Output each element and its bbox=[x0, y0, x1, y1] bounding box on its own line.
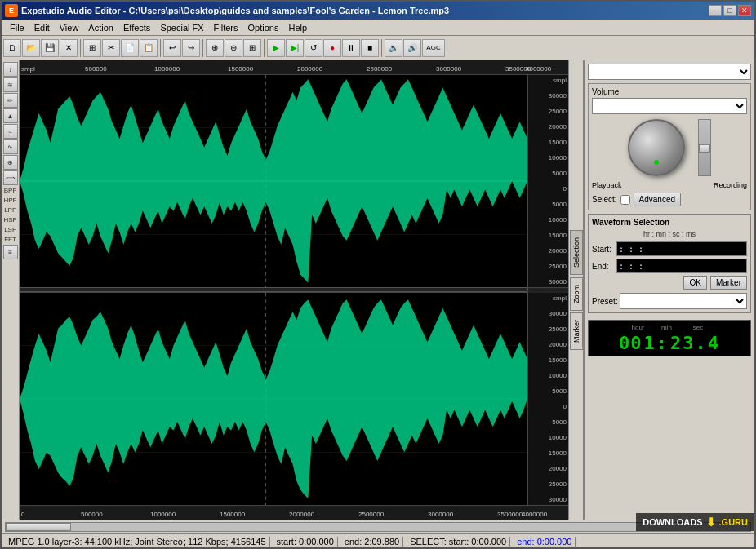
scale-smpl: smpl bbox=[530, 77, 567, 84]
wave-tool-button[interactable]: ≋ bbox=[3, 77, 18, 92]
freq-tool-button[interactable]: ∿ bbox=[3, 139, 18, 154]
channels-area: smpl 30000 25000 20000 15000 10000 5000 … bbox=[20, 75, 568, 505]
vol-up-button[interactable]: 🔊 bbox=[403, 39, 421, 57]
stop-button[interactable]: ■ bbox=[361, 39, 379, 57]
zoom-in-button[interactable]: ⊕ bbox=[206, 39, 224, 57]
fft-button[interactable]: FFT bbox=[2, 235, 19, 244]
menu-view[interactable]: View bbox=[55, 22, 84, 33]
open-button[interactable]: 📂 bbox=[22, 39, 40, 57]
close-button[interactable]: ✕ bbox=[738, 5, 751, 16]
agc-button[interactable]: AGC bbox=[422, 39, 445, 57]
menu-action[interactable]: Action bbox=[83, 22, 118, 33]
ok-button[interactable]: OK bbox=[683, 276, 706, 290]
smooth-tool-button[interactable]: ≈ bbox=[3, 124, 18, 139]
main-content: ↕ ≋ ✏ ▲ ≈ ∿ ⊕ ⟺ BPF HPF LPF HSF LSF FFT … bbox=[2, 60, 754, 520]
waveform-svg-1 bbox=[20, 75, 527, 287]
ok-marker-row: OK Marker bbox=[592, 276, 747, 290]
tab-marker[interactable]: Marker bbox=[570, 312, 583, 350]
tab-zoom[interactable]: Zoom bbox=[570, 277, 583, 311]
record-button[interactable]: ● bbox=[323, 39, 341, 57]
zoom-out-button[interactable]: ⊖ bbox=[225, 39, 242, 57]
menu-special-fx[interactable]: Special FX bbox=[155, 22, 208, 33]
play-sel-button[interactable]: ▶| bbox=[286, 39, 304, 57]
waveform-selection-title: Waveform Selection bbox=[592, 218, 747, 227]
start-label: Start: bbox=[592, 245, 615, 254]
svg-text:2000000: 2000000 bbox=[297, 65, 323, 73]
maximize-button[interactable]: □ bbox=[723, 5, 736, 16]
menu-effects[interactable]: Effects bbox=[118, 22, 155, 33]
right-panel: Volume Playback Recording bbox=[583, 60, 754, 520]
volume-select[interactable] bbox=[592, 98, 747, 114]
menu-options[interactable]: Options bbox=[243, 22, 284, 33]
pb-rec-labels: Playback Recording bbox=[592, 181, 747, 189]
start-row: Start: bbox=[592, 241, 747, 256]
svg-text:1500000: 1500000 bbox=[228, 65, 254, 73]
svg-text:3000000: 3000000 bbox=[436, 65, 462, 73]
toolbar-sep4 bbox=[264, 39, 265, 57]
menu-filters[interactable]: Filters bbox=[209, 22, 243, 33]
bpf-button[interactable]: BPF bbox=[2, 186, 19, 195]
start-input[interactable] bbox=[616, 241, 747, 256]
peak-tool-button[interactable]: ▲ bbox=[3, 108, 18, 123]
volume-slider[interactable] bbox=[698, 119, 711, 176]
close-file-button[interactable]: ✕ bbox=[60, 39, 78, 57]
loop-button[interactable]: ↺ bbox=[305, 39, 322, 57]
toolbar-sep2 bbox=[160, 39, 161, 57]
hsf-button[interactable]: HSF bbox=[2, 215, 19, 224]
copy-button[interactable]: 📄 bbox=[121, 39, 139, 57]
volume-knob[interactable] bbox=[628, 119, 685, 176]
lsf-button[interactable]: LSF bbox=[2, 225, 19, 234]
channel-2[interactable] bbox=[20, 292, 527, 505]
paste-button[interactable]: 📋 bbox=[140, 39, 158, 57]
end-time: end: 2:09.880 bbox=[341, 537, 403, 547]
svg-text:500000: 500000 bbox=[85, 65, 107, 73]
lpf-button[interactable]: LPF bbox=[2, 206, 19, 215]
pencil-tool-button[interactable]: ✏ bbox=[3, 93, 18, 108]
undo-button[interactable]: ↩ bbox=[163, 39, 181, 57]
scrollbar-thumb[interactable] bbox=[6, 523, 71, 531]
list-button[interactable]: ≡ bbox=[3, 245, 18, 259]
tab-selection[interactable]: Selection bbox=[570, 230, 583, 275]
menu-edit[interactable]: Edit bbox=[29, 22, 55, 33]
select-row: Select: Advanced bbox=[592, 193, 747, 206]
menu-help[interactable]: Help bbox=[283, 22, 312, 33]
left-toolbar: ↕ ≋ ✏ ▲ ≈ ∿ ⊕ ⟺ BPF HPF LPF HSF LSF FFT … bbox=[2, 60, 20, 520]
select-checkbox[interactable] bbox=[620, 195, 630, 205]
pan-tool-button[interactable]: ⟺ bbox=[3, 170, 18, 185]
svg-text:1000000: 1000000 bbox=[150, 511, 176, 518]
channel-1[interactable] bbox=[20, 75, 527, 287]
play-button[interactable]: ▶ bbox=[267, 39, 285, 57]
end-input[interactable] bbox=[616, 259, 747, 273]
hpf-button[interactable]: HPF bbox=[2, 196, 19, 205]
zoom-tool-button[interactable]: ⊕ bbox=[3, 155, 18, 170]
select-label: Select: bbox=[592, 195, 617, 204]
select-end: end: 0:00.000 bbox=[514, 537, 576, 547]
volume-label: Volume bbox=[592, 87, 747, 96]
copy-new-button[interactable]: ⊞ bbox=[83, 39, 101, 57]
pause-button[interactable]: ⏸ bbox=[342, 39, 360, 57]
side-tabs-panel: Selection Zoom Marker bbox=[568, 60, 583, 520]
main-toolbar: 🗋 📂 💾 ✕ ⊞ ✂ 📄 📋 ↩ ↪ ⊕ ⊖ ⊞ ▶ ▶| ↺ ● ⏸ ■ 🔉… bbox=[2, 36, 754, 60]
svg-text:2500000: 2500000 bbox=[358, 511, 385, 518]
svg-text:0: 0 bbox=[21, 511, 25, 518]
preset-select[interactable] bbox=[620, 293, 747, 309]
select-tool-button[interactable]: ↕ bbox=[3, 62, 18, 77]
svg-text:1500000: 1500000 bbox=[220, 511, 246, 518]
scale-top: smpl 30000 25000 20000 15000 10000 5000 … bbox=[528, 75, 568, 288]
advanced-button[interactable]: Advanced bbox=[634, 193, 681, 206]
waveform-selection-group: Waveform Selection hr : mn : sc : ms Sta… bbox=[588, 214, 751, 313]
device-select[interactable] bbox=[588, 64, 751, 80]
bottom-ruler: 0 500000 1000000 1500000 2000000 2500000… bbox=[20, 505, 568, 520]
save-button[interactable]: 💾 bbox=[41, 39, 59, 57]
timeline-ruler: smpl 500000 1000000 1500000 2000000 2500… bbox=[20, 60, 568, 75]
toolbar-sep3 bbox=[202, 39, 203, 57]
end-row: End: bbox=[592, 259, 747, 273]
redo-button[interactable]: ↪ bbox=[182, 39, 200, 57]
cut-button[interactable]: ✂ bbox=[102, 39, 120, 57]
minimize-button[interactable]: ─ bbox=[709, 5, 722, 16]
menu-file[interactable]: File bbox=[5, 22, 29, 33]
marker-button[interactable]: Marker bbox=[710, 276, 747, 290]
vol-down-button[interactable]: 🔉 bbox=[385, 39, 402, 57]
new-button[interactable]: 🗋 bbox=[3, 39, 21, 57]
zoom-all-button[interactable]: ⊞ bbox=[243, 39, 261, 57]
